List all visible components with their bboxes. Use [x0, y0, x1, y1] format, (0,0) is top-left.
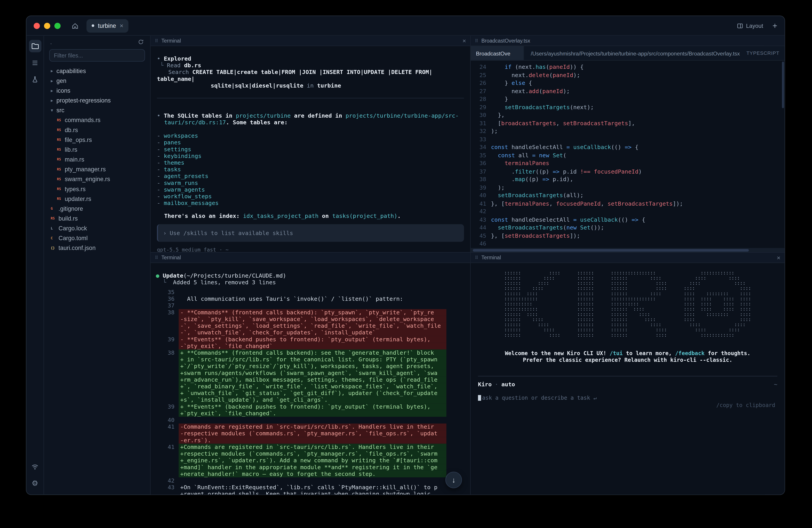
layout-label: Layout [746, 23, 763, 29]
table-list-item: - agent_presets [157, 173, 464, 179]
diff-output[interactable]: ● Update(~/Projects/turbine/CLAUDE.md) └… [151, 263, 470, 495]
drag-handle-icon[interactable]: ⠿ [155, 255, 158, 260]
file-type-icon: RS [57, 147, 63, 151]
experiments-rail-button[interactable] [29, 73, 41, 86]
editor-tab[interactable]: BroadcastOve [470, 46, 524, 60]
diff-line: -`, `save_settings`, `load_settings`, `r… [156, 323, 470, 329]
code-line: 33 [470, 135, 784, 144]
tree-item-.gitignore[interactable]: G.gitignore [44, 203, 150, 213]
diff-line: +nerate_handler!` macro — easy to forget… [156, 470, 470, 477]
terminal-divider [157, 98, 464, 98]
tree-item-commands.rs[interactable]: RScommands.rs [44, 115, 150, 125]
app-window: turbine × Layout + [26, 16, 785, 495]
terminal-pane-bottom-left: ⠿ Terminal ● Update(~/Projects/turbine/C… [151, 253, 470, 494]
home-button[interactable] [69, 19, 81, 32]
tree-item-icons[interactable]: ▸icons [44, 85, 150, 95]
terminal-input-hint: Use /skills to list available skills [170, 230, 293, 236]
minimize-window-button[interactable] [44, 23, 50, 29]
terminal-input-box[interactable]: › Use /skills to list available skills [157, 224, 464, 242]
diff-title: ● Update(~/Projects/turbine/CLAUDE.md) [156, 272, 470, 279]
close-window-button[interactable] [34, 23, 40, 29]
refresh-icon[interactable] [138, 39, 144, 45]
new-tab-button[interactable]: + [772, 21, 778, 30]
tree-item-Cargo.lock[interactable]: LCargo.lock [44, 223, 150, 233]
tree-item-types.rs[interactable]: RStypes.rs [44, 184, 150, 194]
table-list-item: - themes [157, 160, 464, 166]
diff-line: -`, `unwatch_file`, `check_for_updates`,… [156, 329, 470, 336]
network-rail-button[interactable] [29, 460, 41, 473]
tree-item-proptest-regressions[interactable]: ▸proptest-regressions [44, 96, 150, 105]
layout-button[interactable]: Layout [737, 23, 763, 29]
code-line: 25 next.delete(paneId); [470, 71, 784, 79]
file-path-breadcrumb: /Users/ayushmishra/Projects/turbine/turb… [524, 46, 741, 60]
code-line: 35 const all = new Set( [470, 151, 784, 160]
diff-line: +mand]` handler in the appropriate modul… [156, 464, 470, 470]
zoom-window-button[interactable] [54, 23, 61, 29]
diff-line: +`pty_exit`, `file_changed`. [156, 410, 470, 417]
explored-title: Explored [164, 56, 191, 62]
tree-item-build.rs[interactable]: RSbuild.rs [44, 213, 150, 223]
tasks-rail-button[interactable] [29, 56, 41, 69]
pane-header[interactable]: ⠿ Terminal × [470, 253, 784, 263]
terminal-output[interactable]: • Explored └ Read db.rsSearch CREATE TAB… [151, 46, 470, 253]
titlebar: turbine × Layout + [27, 16, 785, 36]
pane-header[interactable]: ⠿ Terminal [151, 253, 470, 263]
pane-header[interactable]: ⠿ Terminal × [151, 36, 470, 46]
tree-item-main.rs[interactable]: RSmain.rs [44, 155, 150, 164]
kiro-input-field[interactable]: ask a question or describe a task ↵ [478, 395, 777, 401]
file-explorer: . ▸capabilities▸gen▸icons▸proptest-regre… [44, 36, 151, 494]
tree-item-tauri.conf.json[interactable]: {}tauri.conf.json [44, 243, 150, 253]
code-line: 43const handleDeselectAll = useCallback(… [470, 216, 784, 224]
tree-item-gen[interactable]: ▸gen [44, 75, 150, 85]
close-pane-icon[interactable]: × [462, 38, 466, 44]
drag-handle-icon[interactable]: ⠿ [475, 38, 478, 43]
tree-item-swarm_engine.rs[interactable]: RSswarm_engine.rs [44, 174, 150, 184]
tree-item-pty_manager.rs[interactable]: RSpty_manager.rs [44, 164, 150, 174]
table-list-item: - mailbox_messages [157, 200, 464, 206]
chevron-right-icon: ▸ [51, 98, 57, 103]
scroll-to-bottom-button[interactable]: ↓ [446, 472, 462, 488]
tree-item-src[interactable]: ▾src [44, 105, 150, 115]
code-line: 32); [470, 128, 784, 135]
settings-rail-button[interactable]: ⚙ [29, 477, 41, 489]
diff-line: -size`, `pty_kill`, `save_workspace`, `l… [156, 316, 470, 323]
code-editor[interactable]: 24 if (next.has(paneId)) {25 next.delete… [470, 61, 784, 248]
elbow-icon: └ [163, 279, 166, 286]
kiro-mode-label[interactable]: auto [502, 381, 515, 388]
tree-item-file_ops.rs[interactable]: RSfile_ops.rs [44, 135, 150, 144]
tree-item-lib.rs[interactable]: RSlib.rs [44, 144, 150, 154]
code-line: 27 next.add(paneId); [470, 87, 784, 96]
tab-turbine[interactable]: turbine × [86, 19, 129, 32]
files-rail-button[interactable] [29, 40, 41, 52]
copy-to-clipboard-hint[interactable]: /copy to clipboard [478, 402, 777, 408]
close-pane-icon[interactable]: × [777, 254, 780, 261]
drag-handle-icon[interactable]: ⠿ [475, 255, 478, 260]
filter-files-input[interactable] [49, 49, 145, 62]
diff-line: -`pty_exit`, `file_changed` [156, 343, 470, 349]
kiro-terminal[interactable]: :::::: :::: :::::: :::::::::::::::: ::::… [470, 263, 784, 408]
table-list-item: - panes [157, 139, 464, 146]
file-type-icon: RS [57, 187, 63, 191]
code-line: 45}, [setBroadcastTargets]); [470, 232, 784, 240]
code-line: 31 [broadcastTargets, setBroadcastTarget… [470, 119, 784, 128]
file-type-icon: RS [57, 128, 63, 132]
kiro-welcome: Welcome to the new Kiro CLI UX! /tui to … [478, 350, 777, 363]
drag-handle-icon[interactable]: ⠿ [155, 38, 158, 43]
pane-header[interactable]: ⠿ BroadcastOverlay.tsx [470, 36, 784, 46]
tab-close-icon[interactable]: × [120, 23, 123, 29]
code-line: 44 setBroadcastTargets(new Set()); [470, 224, 784, 232]
tables-list: - workspaces- panes- settings- keybindin… [157, 133, 464, 206]
diff-line: 41+Commands are registered in `src-tauri… [156, 444, 470, 451]
table-list-item: - swarm_runs [157, 179, 464, 186]
tree-item-updater.rs[interactable]: RSupdater.rs [44, 194, 150, 203]
tree-item-Cargo.toml[interactable]: CCargo.toml [44, 233, 150, 243]
code-line: 24 if (next.has(paneId)) { [470, 63, 784, 71]
tree-item-capabilities[interactable]: ▸capabilities [44, 66, 150, 75]
horizontal-scrollbar[interactable] [470, 248, 784, 252]
tree-item-db.rs[interactable]: RSdb.rs [44, 125, 150, 135]
diff-line: 43+On `RunEvent::ExitRequested`, `lib.rs… [156, 484, 470, 491]
vertical-scrollbar[interactable] [782, 62, 784, 108]
diff-line: +`/`pty_write`/`pty_resize`/`pty_kill`),… [156, 363, 470, 370]
activity-rail: ⚙ [27, 36, 44, 494]
scrollbar-thumb[interactable] [473, 249, 749, 251]
